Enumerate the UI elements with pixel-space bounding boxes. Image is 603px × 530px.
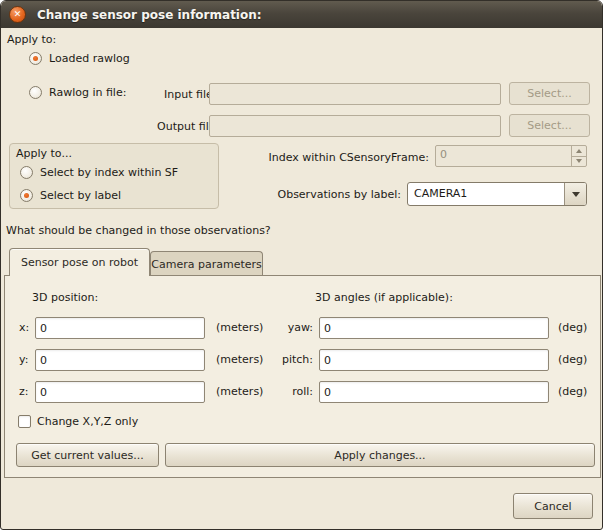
radio-select-by-index-label: Select by index within SF: [40, 166, 178, 179]
radio-select-by-label-label: Select by label: [40, 189, 121, 202]
y-input[interactable]: [35, 349, 205, 371]
get-current-values-button[interactable]: Get current values...: [16, 443, 159, 467]
combobox-value: CAMERA1: [408, 183, 564, 205]
z-label: z:: [19, 385, 28, 398]
radio-rawlog-in-file-label: Rawlog in file:: [49, 86, 126, 99]
input-file-field: [209, 83, 501, 105]
chevron-down-icon: [572, 192, 580, 197]
spinner-buttons: [571, 146, 586, 166]
angles-section-label: 3D angles (if applicable):: [315, 291, 453, 304]
radio-icon: [20, 166, 33, 179]
roll-input[interactable]: [319, 381, 549, 403]
checkbox-icon: [18, 415, 31, 428]
roll-unit-label: (deg): [558, 385, 587, 398]
x-input[interactable]: [35, 317, 205, 339]
x-unit-label: (meters): [216, 321, 263, 334]
apply-to-frame: Apply to... Select by index within SF Se…: [9, 143, 219, 209]
question-label: What should be changed in those observat…: [6, 224, 271, 237]
observations-label-combobox[interactable]: CAMERA1: [407, 182, 587, 206]
tab-camera-parameters[interactable]: Camera parameters: [150, 251, 263, 276]
apply-changes-button-label: Apply changes...: [334, 449, 425, 462]
select-output-file-button: Select...: [509, 114, 590, 137]
radio-select-by-label[interactable]: Select by label: [20, 189, 121, 202]
apply-changes-button[interactable]: Apply changes...: [165, 443, 595, 467]
select-output-file-button-label: Select...: [527, 119, 571, 132]
radio-icon: [29, 52, 42, 65]
position-section-label: 3D position:: [32, 291, 98, 304]
change-xyz-checkbox-label: Change X,Y,Z only: [37, 415, 138, 428]
y-unit-label: (meters): [216, 353, 263, 366]
close-button[interactable]: ✕: [9, 6, 26, 23]
cancel-button-label: Cancel: [534, 500, 571, 513]
yaw-input[interactable]: [319, 317, 549, 339]
index-spinner: 0: [435, 145, 587, 167]
radio-icon: [29, 86, 42, 99]
cancel-button[interactable]: Cancel: [513, 493, 593, 519]
sensor-pose-panel: 3D position: 3D angles (if applicable): …: [4, 275, 601, 478]
radio-rawlog-in-file[interactable]: Rawlog in file:: [29, 86, 126, 99]
roll-label: roll:: [271, 385, 313, 398]
get-current-values-button-label: Get current values...: [31, 449, 144, 462]
window-title: Change sensor pose information:: [37, 8, 262, 22]
observations-by-label-label: Observations by label:: [231, 188, 401, 201]
pitch-input[interactable]: [319, 349, 549, 371]
output-file-field: [209, 115, 501, 137]
dialog-window: ✕ Change sensor pose information: Apply …: [0, 0, 603, 530]
y-label: y:: [19, 353, 28, 366]
select-input-file-button-label: Select...: [527, 87, 571, 100]
index-within-sf-label: Index within CSensoryFrame:: [229, 151, 429, 164]
yaw-unit-label: (deg): [558, 321, 587, 334]
pitch-unit-label: (deg): [558, 353, 587, 366]
x-label: x:: [19, 321, 29, 334]
tab-sensor-pose[interactable]: Sensor pose on robot: [9, 248, 150, 276]
change-xyz-checkbox[interactable]: Change X,Y,Z only: [18, 415, 138, 428]
apply-to-frame-label: Apply to...: [16, 147, 72, 160]
titlebar: ✕ Change sensor pose information:: [1, 1, 602, 28]
tab-camera-parameters-label: Camera parameters: [151, 258, 261, 271]
close-icon: ✕: [14, 10, 22, 19]
apply-to-label: Apply to:: [7, 33, 56, 46]
z-input[interactable]: [35, 381, 205, 403]
radio-select-by-index[interactable]: Select by index within SF: [20, 166, 178, 179]
yaw-label: yaw:: [271, 321, 313, 334]
spin-down-icon: [572, 156, 586, 167]
z-unit-label: (meters): [216, 385, 263, 398]
pitch-label: pitch:: [271, 353, 313, 366]
radio-icon: [20, 189, 33, 202]
spin-up-icon: [572, 146, 586, 156]
radio-loaded-rawlog-label: Loaded rawlog: [49, 52, 130, 65]
select-input-file-button: Select...: [509, 82, 590, 105]
tab-sensor-pose-label: Sensor pose on robot: [21, 256, 138, 269]
index-spinner-value: 0: [436, 146, 571, 166]
radio-loaded-rawlog[interactable]: Loaded rawlog: [29, 52, 130, 65]
combo-dropdown-button[interactable]: [564, 183, 586, 205]
